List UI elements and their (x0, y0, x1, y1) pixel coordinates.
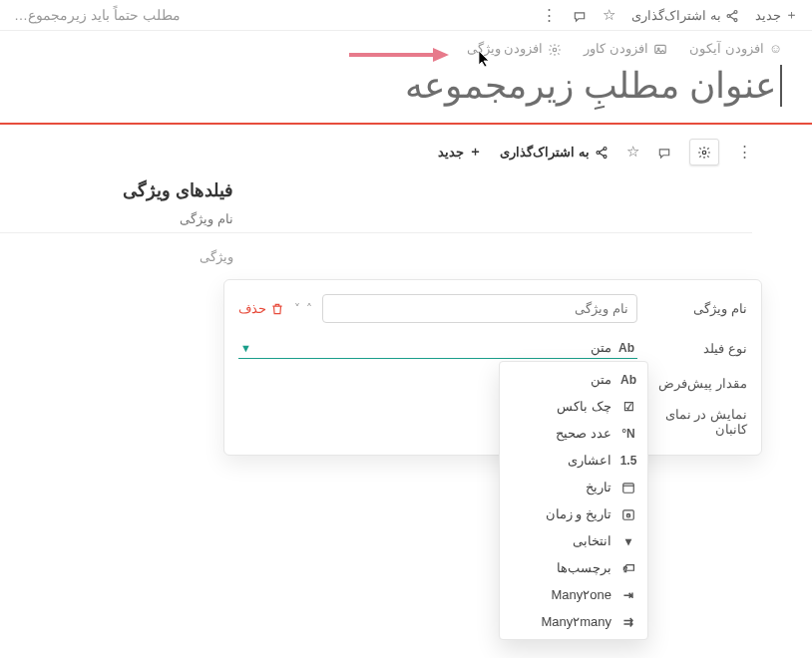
top-toolbar: مطلب حتماً باید زیرمجموع… ＋ جدید به اشتر… (0, 0, 812, 31)
field-type-option[interactable]: تاریخ و زمان (500, 500, 647, 527)
field-type-option[interactable]: تاریخ (500, 474, 647, 500)
field-name-label: نام ویژگی (647, 301, 747, 316)
chevron-down-icon[interactable]: ˅ (294, 302, 300, 316)
datetime-type-icon (619, 506, 637, 521)
delete-button[interactable]: حذف (238, 301, 284, 317)
default-value-label: مقدار پیش‌فرض (647, 376, 747, 391)
svg-point-5 (554, 48, 558, 52)
plus-icon: ＋ (469, 143, 482, 161)
field-type-option[interactable]: ⇥Many۲one (500, 581, 647, 608)
share-icon (725, 7, 739, 23)
chat-icon[interactable] (573, 6, 587, 23)
field-type-dropdown: Abمتن ☑چک باکس N°عدد صحیح 1.5اعشاری تاری… (499, 361, 648, 640)
new-button-2[interactable]: ＋ جدید (438, 143, 482, 161)
trash-icon (270, 301, 284, 317)
new-label: جدید (755, 8, 781, 23)
svg-marker-7 (433, 48, 449, 62)
field-name-input[interactable] (322, 294, 637, 323)
caret-down-icon: ▼ (240, 342, 251, 354)
svg-rect-12 (623, 484, 634, 493)
many2one-type-icon: ⇥ (619, 588, 637, 602)
share-button-2[interactable]: به اشتراک‌گذاری (500, 145, 609, 161)
integer-type-icon: N° (619, 427, 637, 441)
tags-type-icon: 🏷 (619, 561, 637, 575)
kebab-icon[interactable]: ⋮ (542, 6, 557, 24)
plus-icon: ＋ (785, 6, 798, 24)
field-type-option[interactable]: ▾انتخابی (500, 527, 647, 554)
breadcrumb[interactable]: مطلب حتماً باید زیرمجموع… (14, 7, 181, 23)
delete-label: حذف (238, 301, 266, 316)
header-area: ☺ افزودن آیکون افزودن کاور افزودن ویژگی … (0, 31, 812, 123)
add-cover-button[interactable]: افزودن کاور (584, 41, 667, 57)
chevron-up-icon[interactable]: ˄ (306, 302, 312, 316)
share-icon (595, 145, 609, 161)
field-type-value: متن (591, 340, 611, 355)
decimal-type-icon: 1.5 (619, 454, 637, 468)
share-label-2: به اشتراک‌گذاری (500, 145, 590, 160)
share-button[interactable]: به اشتراک‌گذاری (631, 7, 739, 23)
field-type-option[interactable]: Abمتن (500, 366, 647, 393)
star-icon[interactable]: ☆ (603, 6, 615, 24)
reorder-controls: ˄ ˅ (294, 302, 312, 316)
image-icon (653, 41, 667, 57)
field-type-label: نوع فیلد (647, 341, 747, 356)
field-type-option[interactable]: 1.5اعشاری (500, 447, 647, 474)
new-button[interactable]: ＋ جدید (755, 6, 798, 24)
add-cover-label: افزودن کاور (584, 41, 648, 56)
kebab-icon-2[interactable]: ⋮ (737, 143, 752, 161)
chat-icon-2[interactable] (657, 144, 671, 161)
checkbox-type-icon: ☑ (619, 400, 637, 414)
date-type-icon (619, 480, 637, 494)
property-editor-card: نام ویژگی ˄ ˅ حذف نوع فیلد Ab متن ▼ مقدا… (223, 279, 762, 456)
callout-arrow-icon (349, 45, 449, 68)
cursor-pointer-icon (477, 49, 493, 73)
svg-point-11 (702, 151, 706, 155)
many2many-type-icon: ⇉ (619, 615, 637, 629)
settings-toggle[interactable] (689, 139, 719, 166)
add-icon-label: افزودن آیکون (689, 41, 764, 56)
field-type-select[interactable]: Ab متن ▼ (238, 337, 637, 359)
property-sub-label: ویژگی (0, 249, 752, 264)
field-type-option[interactable]: 🏷برچسب‌ها (500, 554, 647, 581)
new-label-2: جدید (438, 145, 464, 160)
page-title[interactable]: عنوان مطلبِ زیرمجموعه (405, 65, 782, 107)
text-type-icon: Ab (617, 341, 635, 355)
section-title: فیلدهای ویژگی (0, 179, 752, 201)
field-type-option[interactable]: ☑چک باکس (500, 393, 647, 420)
select-type-icon: ▾ (619, 534, 637, 548)
secondary-toolbar: ＋ جدید به اشتراک‌گذاری ☆ ⋮ (0, 125, 812, 180)
field-type-option[interactable]: ⇉Many۲many (500, 608, 647, 635)
add-icon-button[interactable]: ☺ افزودن آیکون (689, 41, 782, 57)
star-icon-2[interactable]: ☆ (626, 143, 639, 161)
kanban-display-label: نمایش در نمای کانبان (637, 407, 747, 437)
share-label: به اشتراک‌گذاری (631, 8, 721, 23)
text-type-icon: Ab (619, 373, 637, 387)
properties-panel: فیلدهای ویژگی نام ویژگی ویژگی (0, 179, 812, 264)
property-name-heading: نام ویژگی (0, 211, 752, 233)
field-type-option[interactable]: N°عدد صحیح (500, 420, 647, 447)
smile-icon: ☺ (769, 41, 782, 56)
gear-icon (548, 41, 562, 57)
